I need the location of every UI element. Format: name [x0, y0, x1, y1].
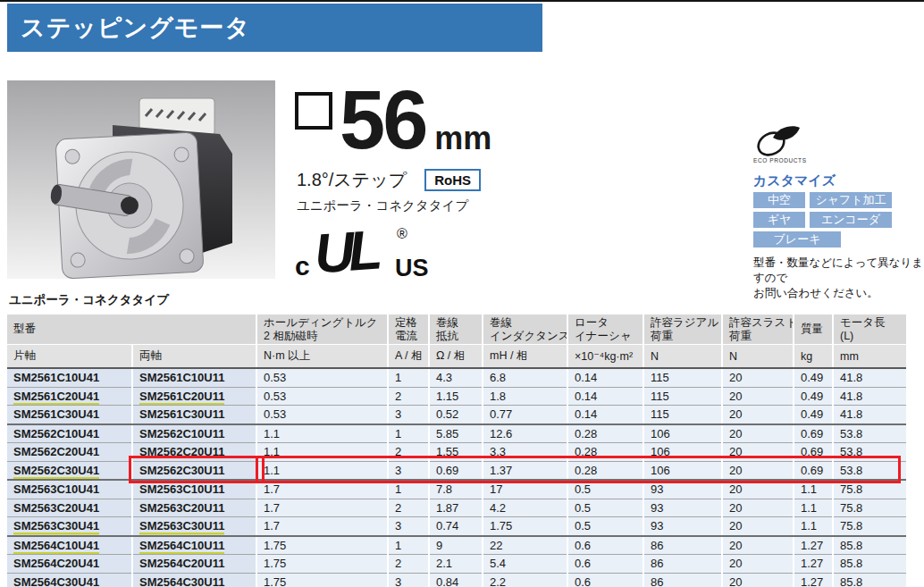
- cul-us-mark-icon: c UL ® US: [293, 217, 436, 283]
- value-cell: 41.8: [833, 387, 906, 406]
- value-cell: 1.27: [794, 536, 833, 555]
- spec-table: 型番 ホールディングトルク 2 相励磁時 定格 電流 巻線 抵抗 巻線 インダク…: [7, 314, 906, 587]
- column-header-line2: 抵抗: [436, 330, 482, 343]
- value-cell: 106: [643, 424, 722, 443]
- value-cell: 2: [388, 387, 429, 406]
- value-cell: 12.6: [483, 424, 567, 443]
- value-cell: 20: [722, 424, 794, 443]
- model-number-double: SM2561C10U11: [139, 371, 224, 384]
- table-row: SM2563C30U41 SM2563C30U111.730.741.750.5…: [7, 517, 906, 536]
- model-number-single: SM2561C20U41: [13, 390, 99, 403]
- value-cell: 0.84: [429, 573, 483, 587]
- column-unit: mH / 相: [483, 345, 567, 369]
- customize-badge: シャフト加工: [810, 192, 892, 208]
- svg-text:US: US: [395, 255, 429, 280]
- model-cell-double: SM2563C20U11: [132, 499, 256, 517]
- column-unit: N·m 以上: [256, 345, 388, 369]
- value-cell: 0.69: [794, 461, 833, 480]
- model-number-single: SM2563C20U41: [13, 501, 99, 515]
- column-header: 許容スラスト 荷重: [722, 314, 794, 345]
- value-cell: 0.69: [794, 443, 833, 462]
- step-spec-row: 1.8°/ステップ RoHS: [297, 168, 481, 192]
- table-row: SM2562C10U41 SM2562C10U111.115.8512.60.2…: [7, 424, 906, 443]
- motor-front-plate: [46, 132, 203, 279]
- column-header-line1: 定格: [395, 316, 428, 330]
- value-cell: 106: [643, 443, 722, 462]
- value-cell: 0.14: [567, 368, 643, 387]
- model-number-double: SM2562C30U11: [139, 464, 224, 477]
- value-cell: 4.3: [429, 368, 483, 387]
- customize-note-line2: お問い合わせください。: [753, 286, 924, 301]
- column-unit: kg: [794, 345, 833, 369]
- value-cell: 1: [388, 424, 429, 443]
- value-cell: 3: [388, 573, 429, 587]
- model-cell-double: SM2561C10U11: [132, 368, 256, 387]
- value-cell: 17: [483, 480, 567, 499]
- model-cell-double: SM2562C10U11: [132, 424, 256, 443]
- eco-products-label: ECO PRODUCTS: [753, 157, 807, 164]
- title-bar: ステッピングモータ: [7, 4, 542, 52]
- value-cell: 1.1: [256, 443, 388, 462]
- table-row: SM2561C10U41 SM2561C10U110.5314.36.80.14…: [7, 368, 906, 387]
- column-header-line1: モータ長: [840, 316, 906, 330]
- model-cell-double: SM2563C30U11: [132, 517, 256, 536]
- customize-badges: 中空シャフト加工ギヤエンコーダブレーキ: [753, 192, 892, 247]
- table-row: SM2562C20U41 SM2562C20U111.121.553.30.28…: [7, 443, 906, 462]
- frame-size-value: 56: [340, 82, 425, 157]
- value-cell: 2: [388, 499, 429, 517]
- column-header: ホールディングトルク 2 相励磁時: [256, 314, 388, 345]
- value-cell: 2.1: [429, 555, 483, 574]
- double-shaft-header: 両軸: [132, 345, 256, 369]
- value-cell: 20: [722, 480, 794, 499]
- value-cell: 1.27: [794, 573, 833, 587]
- value-cell: 115: [643, 368, 722, 387]
- model-number-single: SM2562C30U41: [13, 464, 99, 477]
- column-header-line2: (L): [840, 330, 906, 343]
- model-number-double: SM2561C30U11: [139, 407, 224, 421]
- value-cell: 1: [388, 480, 429, 499]
- value-cell: 0.77: [483, 406, 567, 424]
- value-cell: 0.28: [567, 443, 643, 462]
- table-row: SM2564C10U41 SM2564C10U111.7519220.68620…: [7, 536, 906, 555]
- value-cell: 41.8: [833, 368, 906, 387]
- value-cell: 1.1: [794, 480, 833, 499]
- page-title: ステッピングモータ: [7, 4, 542, 52]
- model-cell-double: SM2561C20U11: [132, 387, 256, 406]
- value-cell: 0.53: [256, 406, 388, 424]
- value-cell: 2.2: [483, 573, 567, 587]
- customize-note-line1: 型番・数量などによって異なりますので: [753, 256, 924, 286]
- model-cell-double: SM2562C20U11: [132, 443, 256, 462]
- svg-text:c: c: [295, 251, 310, 280]
- model-number-double: SM2561C20U11: [139, 390, 224, 403]
- value-cell: 85.8: [833, 573, 906, 587]
- value-cell: 0.49: [794, 406, 833, 424]
- value-cell: 115: [643, 406, 722, 424]
- value-cell: 86: [643, 536, 722, 555]
- value-cell: 2: [388, 555, 429, 574]
- model-cell-double: SM2564C20U11: [132, 555, 256, 574]
- value-cell: 0.6: [567, 536, 643, 555]
- column-unit: ×10⁻⁴kg·m²: [567, 345, 643, 369]
- column-unit: N: [722, 345, 794, 369]
- column-header-line2: 荷重: [729, 330, 793, 343]
- value-cell: 3: [388, 461, 429, 480]
- model-cell-single: SM2562C10U41: [7, 424, 132, 443]
- model-number-double: SM2564C30U11: [139, 575, 224, 587]
- value-cell: 7.8: [429, 480, 483, 499]
- value-cell: 0.5: [567, 480, 643, 499]
- value-cell: 86: [643, 555, 722, 574]
- value-cell: 3.3: [483, 443, 567, 462]
- model-number-double: SM2563C30U11: [139, 519, 224, 532]
- value-cell: 0.74: [429, 517, 483, 536]
- table-row: SM2564C30U41 SM2564C30U111.7530.842.20.6…: [7, 573, 906, 587]
- value-cell: 1.1: [256, 461, 388, 480]
- value-cell: 93: [643, 480, 722, 499]
- value-cell: 1.75: [256, 555, 388, 574]
- model-cell-double: SM2561C30U11: [132, 406, 256, 424]
- value-cell: 9: [429, 536, 483, 555]
- value-cell: 5.85: [429, 424, 483, 443]
- model-number-single: SM2564C30U41: [13, 575, 99, 587]
- model-cell-single: SM2563C30U41: [7, 517, 132, 536]
- model-cell-single: SM2564C30U41: [7, 573, 132, 587]
- value-cell: 0.14: [567, 387, 643, 406]
